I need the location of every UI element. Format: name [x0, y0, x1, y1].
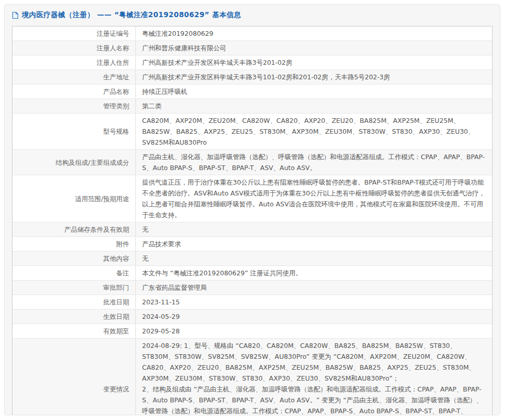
row-label: 生效日期 — [12, 310, 136, 324]
table-row: 型号规格CA820M、AXP20M、ZEU20M、CA820W、CA820、AX… — [12, 114, 492, 150]
row-value: 广东省药品监督管理局 — [136, 281, 492, 295]
row-value: 广州高新技术产业开发区科学城天丰路3号101-02房和201-02房，天丰路5号… — [136, 70, 492, 84]
row-label-text: 生效日期 — [103, 311, 129, 322]
row-label-text: 产品储存条件及有效期 — [64, 224, 129, 235]
row-value: 2029-05-28 — [136, 324, 492, 338]
row-label: 生产地址 — [12, 70, 136, 84]
table-row: 备注本文件与 “粤械注准20192080629” 注册证共同使用。 — [12, 266, 492, 281]
row-label: 注册证编号 — [12, 26, 136, 40]
page-title: 境内医疗器械（注册） —— “粤械注准20192080629” 基本信息 — [22, 10, 241, 20]
row-value: 广州高新技术产业开发区科学城天丰路3号201-02房 — [136, 55, 492, 69]
row-label: 注册人住所 — [12, 55, 136, 69]
row-value: 第二类 — [136, 99, 492, 113]
row-label: 有效期至 — [12, 324, 136, 338]
row-value-text: 2024-05-29 — [142, 311, 180, 322]
row-value-text: 2023-11-15 — [142, 297, 180, 307]
row-value: 产品技术要求 — [136, 237, 492, 251]
row-label: 变更情况 — [12, 339, 136, 415]
row-value: 粤械注准20192080629 — [136, 26, 492, 40]
row-label: 产品名称 — [12, 85, 136, 99]
row-label-text: 批准日期 — [103, 297, 129, 307]
table-row: 产品储存条件及有效期无 — [12, 222, 492, 237]
table-row: 生产地址广州高新技术产业开发区科学城天丰路3号101-02房和201-02房，天… — [12, 70, 492, 85]
row-value: 无 — [136, 222, 492, 236]
row-value: 2024-05-29 — [136, 310, 492, 324]
row-label-text: 注册证编号 — [97, 28, 130, 39]
row-value: 提供气道正压，用于治疗体重在30公斤以上患有阻塞性睡眠呼吸暂停的患者。BPAP-… — [136, 175, 492, 222]
row-label: 适用范围/预期用途 — [12, 175, 136, 222]
registration-info-card: 境内医疗器械（注册） —— “粤械注准20192080629” 基本信息 注册证… — [4, 4, 500, 415]
table-row: 管理类别第二类 — [12, 99, 492, 114]
row-label-text: 有效期至 — [103, 326, 129, 337]
table-row: 变更情况2024-08-29: 1、型号、规格由 “CA820、CA820M、C… — [12, 339, 492, 415]
row-label-text: 其他内容 — [103, 253, 129, 264]
row-value-text: 本文件与 “粤械注准20192080629” 注册证共同使用。 — [142, 268, 302, 278]
row-value-text: 广州和普乐健康科技有限公司 — [142, 43, 227, 53]
row-label-text: 结构及组成/主要组成成分 — [55, 157, 129, 168]
row-label: 型号规格 — [12, 114, 136, 149]
table-row: 注册证编号粤械注准20192080629 — [12, 26, 492, 41]
row-value-text: 无 — [142, 253, 149, 264]
table-row: 产品名称持续正压呼吸机 — [12, 85, 492, 99]
row-label: 注册人名称 — [12, 41, 136, 55]
row-label: 审批部门 — [12, 281, 136, 295]
row-value: 2024-08-29: 1、型号、规格由 “CA820、CA820M、CA820… — [136, 339, 492, 415]
table-row: 其他内容无 — [12, 251, 492, 266]
table-row: 附件产品技术要求 — [12, 237, 492, 251]
row-value-text: 粤械注准20192080629 — [142, 28, 213, 39]
row-value-text: 持续正压呼吸机 — [142, 86, 188, 97]
row-value-text: 广州高新技术产业开发区科学城天丰路3号201-02房 — [142, 57, 292, 68]
row-label-text: 注册人住所 — [97, 57, 130, 68]
document-icon — [12, 11, 19, 19]
row-value-paragraph: 2、结构及组成由 “产品由主机、湿化器、加温呼吸管路（选配）和电源适配器组成。工… — [142, 384, 486, 415]
row-value-text: 无 — [142, 224, 149, 235]
row-label: 备注 — [12, 266, 136, 280]
row-value: 本文件与 “粤械注准20192080629” 注册证共同使用。 — [136, 266, 492, 280]
row-value: 持续正压呼吸机 — [136, 85, 492, 99]
row-label-text: 注册人名称 — [97, 43, 130, 53]
row-value: 无 — [136, 251, 492, 265]
row-value-text: 第二类 — [142, 101, 162, 111]
row-value-text: 产品技术要求 — [142, 239, 181, 249]
row-label-text: 适用范围/预期用途 — [75, 193, 129, 204]
row-label: 管理类别 — [12, 99, 136, 113]
row-value-text: 广州高新技术产业开发区科学城天丰路3号101-02房和201-02房，天丰路5号… — [142, 72, 390, 82]
row-label-text: 备注 — [116, 268, 129, 278]
row-label: 产品储存条件及有效期 — [12, 222, 136, 236]
row-value-paragraph: 2024-08-29: 1、型号、规格由 “CA820、CA820M、CA820… — [142, 340, 486, 384]
row-label: 批准日期 — [12, 295, 136, 309]
row-label-text: 生产地址 — [103, 72, 129, 82]
row-label-text: 型号规格 — [103, 126, 129, 137]
row-value: 广州和普乐健康科技有限公司 — [136, 41, 492, 55]
table-row: 注册人名称广州和普乐健康科技有限公司 — [12, 41, 492, 55]
row-value-text: 提供气道正压，用于治疗体重在30公斤以上患有阻塞性睡眠呼吸暂停的患者。BPAP-… — [142, 177, 486, 220]
row-value: 产品由主机、湿化器、加温呼吸管路（选配）、呼吸管路（选配）和电源适配器组成。工作… — [136, 150, 492, 175]
row-value: CA820M、AXP20M、ZEU20M、CA820W、CA820、AXP20、… — [136, 114, 492, 149]
table-row: 注册人住所广州高新技术产业开发区科学城天丰路3号201-02房 — [12, 55, 492, 70]
table-row: 批准日期2023-11-15 — [12, 295, 492, 310]
row-label: 其他内容 — [12, 251, 136, 265]
registration-info-table: 注册证编号粤械注准20192080629注册人名称广州和普乐健康科技有限公司注册… — [12, 26, 493, 415]
table-row: 有效期至2029-05-28 — [12, 324, 492, 339]
table-row: 审批部门广东省药品监督管理局 — [12, 281, 492, 295]
row-value-text: 产品由主机、湿化器、加温呼吸管路（选配）、呼吸管路（选配）和电源适配器组成。工作… — [142, 151, 486, 173]
table-row: 适用范围/预期用途提供气道正压，用于治疗体重在30公斤以上患有阻塞性睡眠呼吸暂停… — [12, 175, 492, 222]
row-value-paragraphs: 2024-08-29: 1、型号、规格由 “CA820、CA820M、CA820… — [142, 340, 486, 415]
card-header: 境内医疗器械（注册） —— “粤械注准20192080629” 基本信息 — [5, 5, 500, 25]
row-value-text: 广东省药品监督管理局 — [142, 282, 207, 293]
row-label-text: 审批部门 — [103, 282, 129, 293]
table-row: 生效日期2024-05-29 — [12, 310, 492, 324]
row-label-text: 变更情况 — [103, 384, 129, 395]
row-label-text: 管理类别 — [103, 101, 129, 111]
table-row: 结构及组成/主要组成成分产品由主机、湿化器、加温呼吸管路（选配）、呼吸管路（选配… — [12, 150, 492, 175]
row-label-text: 产品名称 — [103, 86, 129, 97]
row-label: 结构及组成/主要组成成分 — [12, 150, 136, 175]
row-label: 附件 — [12, 237, 136, 251]
row-value-text: 2029-05-28 — [142, 326, 180, 337]
row-value: 2023-11-15 — [136, 295, 492, 309]
row-value-text: CA820M、AXP20M、ZEU20M、CA820W、CA820、AXP20、… — [142, 115, 486, 148]
row-label-text: 附件 — [116, 239, 129, 249]
